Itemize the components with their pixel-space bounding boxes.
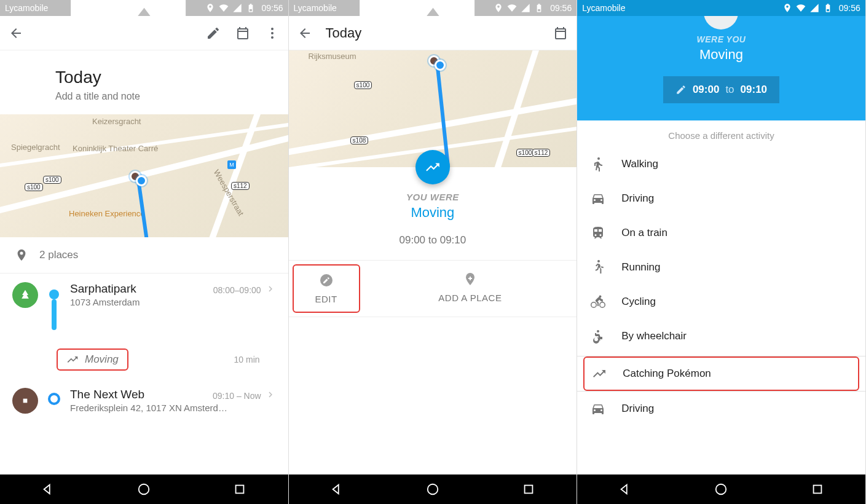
sheet-handle-icon bbox=[704, 16, 738, 30]
nav-home[interactable] bbox=[420, 477, 445, 502]
clock-label: 09:56 bbox=[550, 3, 572, 13]
battery-icon bbox=[534, 3, 544, 13]
edit-pencil-icon bbox=[675, 84, 687, 95]
status-bar: Lycamobile 09:56 bbox=[0, 0, 288, 16]
svg-rect-5 bbox=[236, 486, 244, 494]
activity-option-running[interactable]: Running bbox=[577, 250, 865, 285]
places-count: 2 places bbox=[39, 249, 78, 261]
activity-label: Moving bbox=[577, 47, 865, 63]
signal-icon bbox=[232, 3, 242, 13]
activity-option-walking[interactable]: Walking bbox=[577, 147, 865, 181]
carrier-label: Lycamobile bbox=[582, 3, 625, 13]
activity-option-driving[interactable]: Driving bbox=[577, 181, 865, 216]
edit-icon bbox=[319, 273, 334, 288]
clock-label: 09:56 bbox=[839, 3, 860, 13]
chevron-right-icon bbox=[265, 283, 276, 296]
park-icon bbox=[12, 282, 38, 308]
edit-button[interactable]: EDIT bbox=[293, 264, 360, 313]
activity-label: Moving bbox=[289, 205, 577, 221]
calendar-icon[interactable] bbox=[552, 25, 569, 42]
choose-activity-hint: Choose a different activity bbox=[577, 120, 865, 147]
svg-rect-7 bbox=[525, 486, 533, 494]
time-range: 09:00 to 09:10 bbox=[289, 234, 577, 246]
location-icon bbox=[782, 3, 792, 13]
clock-label: 09:56 bbox=[262, 3, 283, 13]
signal-icon bbox=[809, 3, 819, 13]
overflow-menu-icon[interactable] bbox=[264, 25, 281, 42]
nav-home[interactable] bbox=[709, 477, 733, 502]
wifi-icon bbox=[219, 3, 229, 13]
car-icon bbox=[591, 401, 605, 416]
wifi-icon bbox=[507, 3, 517, 13]
svg-rect-9 bbox=[813, 486, 821, 494]
timeline-place-1[interactable]: Sarphatipark 1073 Amsterdam 08:00–09:00 bbox=[12, 282, 278, 331]
activity-option-train[interactable]: On a train bbox=[577, 216, 865, 250]
nav-back[interactable] bbox=[325, 477, 349, 502]
nav-recent[interactable] bbox=[227, 477, 252, 502]
map-preview[interactable]: Koninklijk Theater Carré Spiegelgracht K… bbox=[0, 114, 288, 237]
android-nav-bar bbox=[0, 474, 288, 504]
svg-point-2 bbox=[271, 36, 274, 39]
svg-point-6 bbox=[428, 484, 438, 495]
signal-icon bbox=[521, 3, 530, 13]
calendar-icon[interactable] bbox=[234, 25, 251, 42]
timeline-moving-segment[interactable]: Moving 10 min bbox=[57, 348, 278, 371]
nav-recent[interactable] bbox=[805, 477, 830, 502]
activity-option-cycling[interactable]: Cycling bbox=[577, 285, 865, 319]
page-subtitle: Add a title and note bbox=[55, 91, 274, 102]
activity-option-pokemon[interactable]: Catching Pokémon bbox=[583, 356, 859, 391]
time-range-button[interactable]: 09:00 to 09:10 bbox=[663, 76, 779, 103]
svg-rect-3 bbox=[23, 399, 28, 403]
wifi-icon bbox=[796, 3, 806, 13]
screen-timeline-today: Lycamobile 09:56 Today Add a title and n… bbox=[0, 0, 289, 504]
place-stop-icon bbox=[12, 388, 38, 414]
nav-recent[interactable] bbox=[516, 477, 541, 502]
svg-point-1 bbox=[271, 32, 274, 34]
carrier-label: Lycamobile bbox=[5, 3, 48, 13]
train-icon bbox=[591, 226, 605, 240]
android-nav-bar bbox=[577, 474, 865, 504]
activity-fab-icon bbox=[415, 150, 450, 184]
nav-back[interactable] bbox=[613, 477, 637, 502]
chevron-right-icon bbox=[265, 389, 276, 402]
moving-chip-highlight: Moving bbox=[57, 348, 128, 371]
status-bar: Lycamobile 09:56 bbox=[577, 0, 865, 16]
activity-option-wheelchair[interactable]: By wheelchair bbox=[577, 319, 865, 353]
metro-icon: M bbox=[227, 160, 236, 169]
car-icon bbox=[591, 191, 605, 206]
screen-activity-detail: Lycamobile 09:56 Today Rijksmuseum s100 … bbox=[289, 0, 578, 504]
add-place-button[interactable]: ADD A PLACE bbox=[364, 261, 577, 317]
add-place-icon bbox=[463, 272, 478, 286]
battery-icon bbox=[246, 3, 256, 13]
places-summary[interactable]: 2 places bbox=[0, 237, 288, 274]
wheelchair-icon bbox=[591, 329, 605, 344]
svg-point-4 bbox=[139, 484, 149, 495]
trending-icon bbox=[66, 353, 79, 366]
back-button[interactable] bbox=[7, 25, 25, 42]
location-icon bbox=[494, 3, 503, 13]
battery-icon bbox=[823, 3, 833, 13]
app-bar: Today bbox=[289, 16, 577, 50]
screen-activity-picker: Lycamobile 09:56 WERE YOU Moving 09:00 t… bbox=[577, 0, 866, 504]
nav-back[interactable] bbox=[36, 477, 60, 502]
svg-point-8 bbox=[716, 484, 726, 495]
eyebrow-label: YOU WERE bbox=[289, 192, 577, 202]
running-icon bbox=[591, 260, 605, 275]
day-header[interactable]: Today Add a title and note bbox=[0, 50, 288, 114]
timeline-place-2[interactable]: The Next Web Frederiksplein 42, 1017 XN … bbox=[12, 388, 278, 425]
activity-hero: WERE YOU Moving 09:00 to 09:10 bbox=[577, 16, 865, 120]
page-title: Today bbox=[55, 68, 274, 87]
trending-icon bbox=[592, 366, 607, 381]
back-button[interactable] bbox=[296, 25, 313, 42]
edit-pencil-icon[interactable] bbox=[205, 25, 222, 42]
appbar-title: Today bbox=[326, 25, 362, 41]
walking-icon bbox=[591, 157, 605, 171]
svg-point-0 bbox=[271, 28, 274, 30]
status-bar: Lycamobile 09:56 bbox=[289, 0, 577, 16]
eyebrow-label: WERE YOU bbox=[577, 34, 865, 44]
cycling-icon bbox=[591, 294, 605, 309]
location-icon bbox=[205, 3, 215, 13]
activity-option-driving-2[interactable]: Driving bbox=[577, 392, 865, 426]
nav-home[interactable] bbox=[132, 477, 156, 502]
pin-icon bbox=[15, 248, 28, 262]
